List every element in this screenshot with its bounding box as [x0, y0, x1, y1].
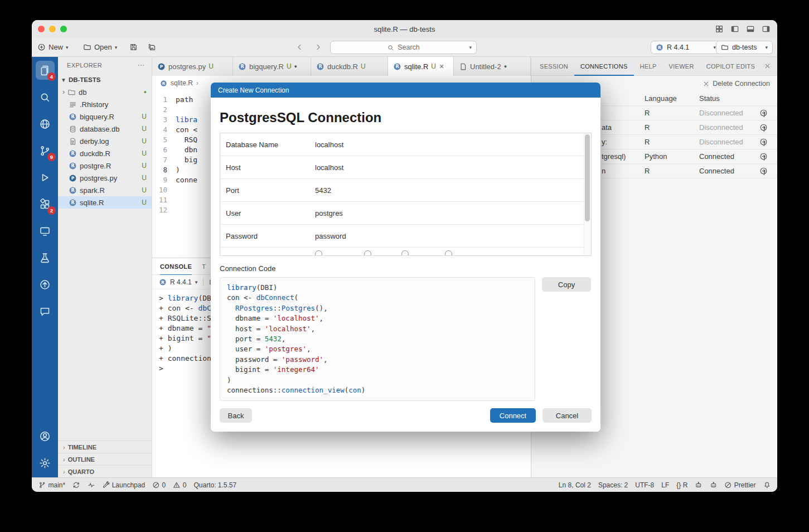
- open-button[interactable]: Open ▾: [83, 38, 117, 56]
- console-r-version[interactable]: R 4.4.1: [170, 278, 192, 286]
- workspace-selector[interactable]: db-tests ▾: [716, 41, 773, 54]
- minimize-window-button[interactable]: [49, 26, 56, 32]
- save-all-button[interactable]: [148, 38, 156, 56]
- layout-grid-button[interactable]: [715, 25, 724, 33]
- file-derby.log[interactable]: derby.logU: [58, 135, 152, 147]
- file-postgres.py[interactable]: Ppostgres.pyU: [58, 172, 152, 184]
- field-value[interactable]: postgres: [315, 209, 343, 217]
- code-line: ): [227, 375, 528, 385]
- section-quarto[interactable]: ›QUARTO: [58, 465, 152, 477]
- status-prettier[interactable]: Prettier: [724, 481, 755, 489]
- file-spark.R[interactable]: Rspark.RU: [58, 184, 152, 196]
- activity-account[interactable]: [32, 423, 58, 449]
- nav-forward-button[interactable]: [314, 43, 322, 51]
- chevron-down-icon[interactable]: ▾: [469, 45, 472, 50]
- back-button[interactable]: Back: [220, 408, 252, 423]
- file-duckdb.R[interactable]: Rduckdb.RU: [58, 147, 152, 159]
- file-database.db[interactable]: database.dbU: [58, 123, 152, 135]
- explorer-title: EXPLORER: [67, 62, 102, 69]
- open-connection-button[interactable]: [759, 167, 777, 175]
- close-window-button[interactable]: [38, 26, 45, 32]
- new-button[interactable]: New ▾: [37, 38, 69, 56]
- explorer-root-folder[interactable]: ▼ DB-TESTS: [58, 74, 152, 86]
- console-tab-console[interactable]: CONSOLE: [160, 258, 192, 275]
- status-quarto[interactable]: Quarto: 1.5.57: [193, 481, 236, 489]
- tab-Untitled-2[interactable]: Untitled-2●: [454, 57, 531, 76]
- panel-tab-session[interactable]: SESSION: [534, 57, 574, 76]
- tab-postgres.py[interactable]: Ppostgres.pyU: [152, 57, 233, 76]
- console-tab-t[interactable]: T: [202, 258, 206, 275]
- file-name: .Rhistory: [80, 100, 147, 109]
- file-sqlite.R[interactable]: Rsqlite.RU: [58, 196, 152, 209]
- tab-duckdb.R[interactable]: Rduckdb.RU: [311, 57, 388, 76]
- radio-button[interactable]: [401, 250, 409, 256]
- status-copilot-2[interactable]: [710, 481, 718, 489]
- panel-tab-connections[interactable]: CONNECTIONS: [574, 57, 634, 76]
- activity-settings[interactable]: [32, 449, 58, 476]
- open-connection-button[interactable]: [759, 138, 777, 146]
- status-language-mode[interactable]: {} R: [676, 481, 687, 489]
- activity-publish[interactable]: [32, 271, 58, 298]
- activity-extensions[interactable]: 2: [32, 191, 58, 217]
- search-input[interactable]: Search ▾: [330, 41, 477, 54]
- activity-run-debug[interactable]: [32, 164, 58, 191]
- file-postgre.R[interactable]: Rpostgre.RU: [58, 159, 152, 172]
- activity-chat[interactable]: [32, 298, 58, 325]
- form-scrollbar[interactable]: [584, 133, 591, 255]
- field-value[interactable]: localhost: [315, 163, 343, 172]
- activity-web[interactable]: [32, 110, 58, 137]
- file-.Rhistory[interactable]: .Rhistory: [58, 98, 152, 110]
- status-sync[interactable]: [72, 481, 80, 489]
- toggle-left-sidebar-button[interactable]: [730, 25, 739, 33]
- status-git-branch[interactable]: main*: [38, 481, 65, 489]
- status-launchpad[interactable]: Launchpad: [102, 481, 145, 489]
- open-connection-button[interactable]: [759, 109, 777, 117]
- activity-source-control[interactable]: 9: [32, 137, 58, 164]
- tab-bigquery.R[interactable]: Rbigquery.RU●: [233, 57, 311, 76]
- tab-sqlite.R[interactable]: Rsqlite.RU×: [388, 57, 454, 76]
- chevron-left-icon: [295, 43, 304, 51]
- save-button[interactable]: [129, 38, 138, 56]
- line-number: 11: [152, 195, 176, 205]
- connect-button[interactable]: Connect: [490, 408, 536, 423]
- status-eol[interactable]: LF: [661, 481, 669, 489]
- toggle-right-sidebar-button[interactable]: [762, 25, 771, 33]
- zoom-window-button[interactable]: [60, 26, 67, 32]
- status-encoding[interactable]: UTF-8: [635, 481, 654, 489]
- more-actions-icon[interactable]: [137, 61, 145, 69]
- status-pulse[interactable]: [88, 481, 95, 489]
- panel-tab-help[interactable]: HELP: [634, 57, 663, 76]
- activity-testing[interactable]: [32, 244, 58, 271]
- status-cursor-position[interactable]: Ln 8, Col 2: [559, 481, 591, 489]
- toggle-panel-button[interactable]: [746, 25, 755, 33]
- file-db[interactable]: ›db●: [58, 86, 152, 98]
- close-panel-icon[interactable]: [764, 62, 771, 70]
- copy-button[interactable]: Copy: [542, 277, 591, 292]
- radio-button[interactable]: [315, 250, 322, 256]
- section-timeline[interactable]: ›TIMELINE: [58, 441, 152, 453]
- nav-back-button[interactable]: [295, 43, 304, 51]
- activity-explorer[interactable]: 4: [32, 57, 58, 84]
- panel-tab-copilot-edits[interactable]: COPILOT EDITS: [700, 57, 761, 76]
- cancel-button[interactable]: Cancel: [542, 408, 592, 423]
- field-value[interactable]: localhost: [315, 141, 343, 149]
- status-warnings[interactable]: 0: [173, 481, 186, 489]
- close-tab-icon[interactable]: ×: [439, 62, 444, 71]
- status-copilot-1[interactable]: [695, 481, 703, 489]
- status-indentation[interactable]: Spaces: 2: [598, 481, 628, 489]
- scrollbar-thumb[interactable]: [585, 134, 590, 221]
- open-connection-button[interactable]: [759, 123, 777, 132]
- radio-button[interactable]: [364, 250, 371, 256]
- radio-button[interactable]: [445, 250, 452, 256]
- field-value[interactable]: password: [315, 232, 346, 240]
- r-version-selector[interactable]: R R 4.4.1 ▾: [651, 41, 721, 54]
- field-value[interactable]: 5432: [315, 186, 331, 195]
- status-errors[interactable]: 0: [152, 481, 166, 489]
- file-bigquery.R[interactable]: Rbigquery.RU: [58, 110, 152, 123]
- section-outline[interactable]: ›OUTLINE: [58, 453, 152, 465]
- open-connection-button[interactable]: [759, 152, 777, 161]
- activity-search[interactable]: [32, 84, 58, 110]
- status-notifications[interactable]: [763, 481, 771, 489]
- activity-remote[interactable]: [32, 217, 58, 244]
- panel-tab-viewer[interactable]: VIEWER: [663, 57, 700, 76]
